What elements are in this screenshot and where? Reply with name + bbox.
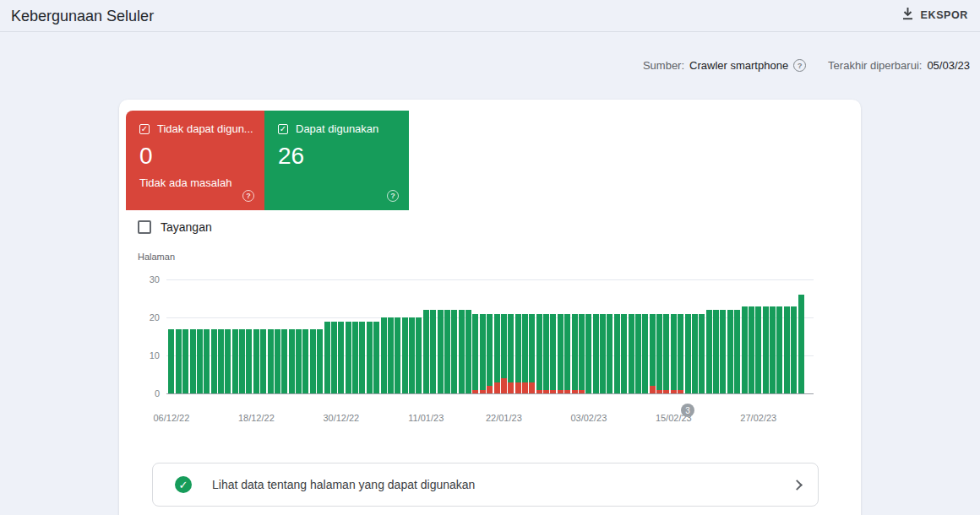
y-axis-title: Halaman [138, 252, 175, 262]
x-tick-label: 03/02/23 [570, 413, 607, 423]
tile-usable-label: Dapat digunakan [296, 122, 378, 135]
bar-not-usable [536, 390, 542, 394]
chevron-right-icon [792, 480, 803, 491]
bar-usable [487, 314, 493, 394]
impressions-toggle[interactable]: Tayangan [138, 220, 212, 234]
bar-usable [585, 314, 591, 394]
bar-usable [239, 329, 245, 394]
checkbox-checked-icon[interactable]: ✓ [278, 124, 288, 134]
bar-usable [629, 314, 634, 394]
x-tick-label: 18/12/22 [238, 413, 275, 423]
bar-usable [579, 314, 585, 394]
report-meta: Sumber: Crawler smartphone ? Terakhir di… [643, 59, 970, 72]
bar-usable [798, 295, 804, 393]
bar-usable [260, 329, 266, 394]
bar-usable [451, 310, 457, 393]
tile-usable[interactable]: ✓ Dapat digunakan 26 ? [264, 111, 409, 210]
bar-usable [381, 317, 387, 393]
bar-usable [536, 314, 542, 394]
bar-not-usable [480, 390, 486, 394]
bar-usable [246, 329, 252, 394]
annotation-badge[interactable]: 3 [681, 404, 694, 417]
tile-not-usable-value: 0 [139, 143, 253, 170]
bar-not-usable [472, 390, 478, 394]
bar-usable [706, 310, 712, 393]
bar-usable [176, 329, 182, 394]
bar-usable [253, 329, 259, 394]
bar-not-usable [494, 382, 500, 394]
help-icon[interactable]: ? [387, 190, 399, 202]
tile-not-usable-label: Tidak dapat digun... [157, 122, 253, 135]
bar-usable [197, 329, 203, 394]
source-help-icon[interactable]: ? [793, 59, 806, 72]
bar-usable [367, 322, 373, 394]
bar-usable [607, 314, 612, 394]
bar-usable [656, 314, 662, 394]
bar-usable [211, 329, 217, 394]
bar-not-usable [529, 382, 535, 394]
bar-not-usable [579, 390, 585, 394]
checkbox-unchecked-icon[interactable] [138, 220, 151, 234]
bar-not-usable [678, 390, 683, 394]
y-tick-label: 30 [150, 274, 160, 285]
bar-not-usable [656, 390, 662, 394]
bar-usable [593, 314, 599, 394]
bar-usable [281, 329, 287, 394]
bar-usable [182, 329, 188, 394]
x-tick-label: 11/01/23 [408, 413, 444, 423]
bar-usable [671, 314, 677, 394]
x-tick-label: 22/01/23 [486, 413, 522, 423]
bar-usable [204, 329, 210, 394]
report-card: ✓ Tidak dapat digun... 0 Tidak ada masal… [119, 100, 861, 515]
bar-usable [642, 314, 648, 394]
bar-not-usable [515, 382, 521, 394]
bar-usable [558, 314, 564, 394]
bar-not-usable [543, 390, 549, 394]
check-circle-icon: ✓ [175, 476, 192, 493]
export-button[interactable]: EKSPOR [901, 7, 968, 24]
tile-not-usable[interactable]: ✓ Tidak dapat digun... 0 Tidak ada masal… [126, 111, 264, 210]
bar-usable [338, 322, 344, 394]
page-title: Kebergunaan Seluler [11, 8, 154, 25]
chart-bars [166, 279, 814, 393]
source-label: Sumber: [643, 59, 684, 72]
bar-usable [190, 329, 196, 394]
bar-usable [543, 314, 549, 394]
bar-usable [614, 314, 620, 394]
bar-usable [734, 310, 740, 393]
usable-pages-link[interactable]: ✓ Lihat data tentang halaman yang dapat … [152, 463, 819, 507]
impressions-label: Tayangan [161, 220, 212, 234]
x-tick-label: 30/12/22 [323, 413, 359, 423]
bar-usable [650, 314, 656, 394]
bar-not-usable [501, 378, 507, 393]
bar-usable [572, 314, 578, 394]
bar-usable [438, 310, 444, 393]
y-tick-label: 20 [150, 312, 160, 323]
bar-usable [218, 329, 224, 394]
bar-usable [755, 306, 761, 394]
bar-not-usable [564, 390, 570, 394]
bar-usable [663, 314, 669, 394]
bar-usable [352, 322, 358, 394]
bar-usable [232, 329, 238, 394]
bar-usable [635, 314, 641, 394]
bar-not-usable [572, 390, 578, 394]
bar-usable [444, 310, 450, 393]
bar-usable [275, 329, 280, 394]
bar-usable [359, 322, 365, 394]
bar-usable [713, 310, 719, 393]
bar-usable [388, 317, 394, 393]
help-icon[interactable]: ? [242, 190, 254, 202]
bar-usable [692, 314, 698, 394]
bar-not-usable [522, 382, 528, 394]
bar-usable [168, 329, 174, 394]
bar-usable [727, 310, 733, 393]
bar-usable [600, 314, 606, 394]
bar-usable [720, 310, 726, 393]
bar-usable [564, 314, 570, 394]
checkbox-checked-icon[interactable]: ✓ [139, 124, 150, 134]
bar-not-usable [508, 382, 514, 394]
bar-not-usable [663, 390, 669, 394]
bar-usable [621, 314, 627, 394]
bar-usable [430, 310, 436, 393]
